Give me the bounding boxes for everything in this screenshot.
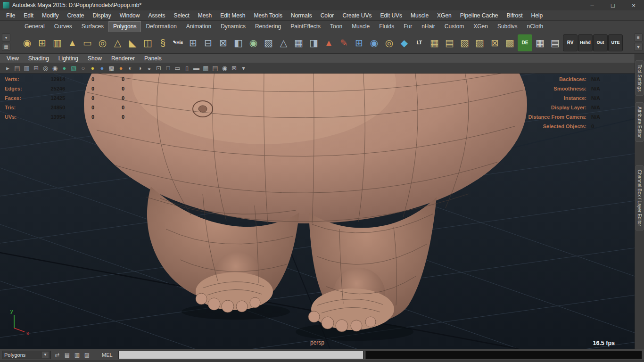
- multisample-icon[interactable]: ⊡: [155, 64, 163, 72]
- menu-help[interactable]: Help: [527, 11, 547, 20]
- menu-normals[interactable]: Normals: [287, 11, 316, 20]
- shelf-tab-custom[interactable]: Custom: [440, 21, 469, 32]
- normals-icon[interactable]: ◆: [397, 34, 412, 51]
- mirror-geometry-icon[interactable]: ◨: [306, 34, 321, 51]
- select-camera-icon[interactable]: ▸: [4, 64, 12, 72]
- menu-window[interactable]: Window: [116, 11, 144, 20]
- paint-vertex-icon[interactable]: ✎: [337, 34, 351, 51]
- panel-menu-shading[interactable]: Shading: [24, 55, 54, 62]
- wire-sphere-icon[interactable]: ◉: [367, 34, 381, 51]
- menu-modify[interactable]: Modify: [38, 11, 63, 20]
- layout-two-pane-icon[interactable]: ⇄: [53, 351, 62, 359]
- uv-sew-icon[interactable]: ▩: [503, 34, 517, 51]
- menu-bifrost[interactable]: Bifrost: [503, 11, 527, 20]
- shelf-tab-deformation[interactable]: Deformation: [141, 21, 181, 32]
- panel-menu-view[interactable]: View: [2, 55, 24, 62]
- poly-cone-icon[interactable]: ▲: [65, 34, 80, 51]
- poly-cube-icon[interactable]: ⊞: [35, 34, 50, 51]
- mel-command-input[interactable]: [118, 351, 363, 359]
- combine-icon[interactable]: ⊞: [186, 34, 200, 51]
- poly-helix-icon[interactable]: §: [156, 34, 170, 51]
- poly-pipe-icon[interactable]: ◫: [140, 34, 155, 51]
- panel-menu-lighting[interactable]: Lighting: [54, 55, 83, 62]
- maximize-button[interactable]: □: [603, 0, 623, 10]
- shelf-tab-subdivs[interactable]: Subdivs: [493, 21, 522, 32]
- boolean-union-icon[interactable]: ◧: [231, 34, 246, 51]
- shadows-toggle-icon[interactable]: ◐: [126, 64, 134, 72]
- shelf-tab-painteffects[interactable]: PaintEffects: [286, 21, 325, 32]
- resolution-gate-icon[interactable]: ▯: [183, 64, 191, 72]
- script-editor-icon[interactable]: ▨: [83, 351, 91, 359]
- reduce-icon[interactable]: ▨: [261, 34, 276, 51]
- default-material-icon[interactable]: ◉: [221, 64, 229, 72]
- shelf-tab-curves[interactable]: Curves: [50, 21, 77, 32]
- sidebar-tab-tool-settings[interactable]: Tool Settings: [636, 60, 644, 96]
- viewport[interactable]: y x Verts: 12914 0 0 Edges: 25246 0 0: [0, 74, 635, 349]
- uv-cylindrical-icon[interactable]: ▤: [442, 34, 457, 51]
- layout-grid-icon[interactable]: ▥: [73, 351, 82, 359]
- menu-display[interactable]: Display: [88, 11, 115, 20]
- shelf-tab-fur[interactable]: Fur: [399, 21, 417, 32]
- menu-mesh[interactable]: Mesh: [194, 11, 216, 20]
- menu-edit[interactable]: Edit: [19, 11, 38, 20]
- isolate-select-icon[interactable]: ▧: [70, 64, 78, 72]
- shelf-tab-toon[interactable]: Toon: [325, 21, 347, 32]
- shelf-tab-polygons[interactable]: Polygons: [108, 21, 141, 32]
- shaded-display-icon[interactable]: ●: [89, 64, 97, 72]
- shelf-tab-dynamics[interactable]: Dynamics: [216, 21, 250, 32]
- viewport-renderer-icon[interactable]: ⊠: [230, 64, 238, 72]
- shelf-tab-nhair[interactable]: nHair: [417, 21, 440, 32]
- shelf-overflow-icon[interactable]: ≡: [634, 33, 643, 41]
- shelf-tab-fluids[interactable]: Fluids: [374, 21, 399, 32]
- poly-plane-icon[interactable]: ▭: [80, 34, 95, 51]
- menu-edit-mesh[interactable]: Edit Mesh: [216, 11, 249, 20]
- menu-color[interactable]: Color: [316, 11, 339, 20]
- smooth-icon[interactable]: ◉: [246, 34, 261, 51]
- shelf-tabs-toggle-icon[interactable]: ▾: [2, 33, 10, 41]
- two-d-pan-zoom-icon[interactable]: ◉: [51, 64, 59, 72]
- uv-texture-editor-button[interactable]: UTE: [608, 34, 623, 51]
- menu-assets[interactable]: Assets: [144, 11, 169, 20]
- camera-attributes-icon[interactable]: ▥: [23, 64, 31, 72]
- bookmark-icon[interactable]: ⊞: [32, 64, 40, 72]
- layout-outliner-icon[interactable]: ▤: [63, 351, 72, 359]
- uv-spherical-icon[interactable]: ▧: [457, 34, 472, 51]
- outliner-button[interactable]: Out: [593, 34, 608, 51]
- uv-cut-icon[interactable]: ⊠: [487, 34, 502, 51]
- panel-menu-panels[interactable]: Panels: [140, 55, 166, 62]
- shelf-tab-rendering[interactable]: Rendering: [250, 21, 286, 32]
- minimize-button[interactable]: –: [582, 0, 603, 10]
- uv-automatic-icon[interactable]: ▨: [472, 34, 487, 51]
- menu-edit-uvs[interactable]: Edit UVs: [376, 11, 406, 20]
- menu-select[interactable]: Select: [169, 11, 193, 20]
- shelf-tab-muscle[interactable]: Muscle: [347, 21, 374, 32]
- hypershade-button[interactable]: Hshd: [578, 34, 593, 51]
- panel-menu-renderer[interactable]: Renderer: [107, 55, 140, 62]
- shelf-tab-surfaces[interactable]: Surfaces: [77, 21, 108, 32]
- separate-icon[interactable]: ⊟: [201, 34, 215, 51]
- shelf-menu-icon[interactable]: ▦: [2, 43, 10, 51]
- textured-display-icon[interactable]: ●: [98, 64, 106, 72]
- uv-planar-icon[interactable]: ▦: [427, 34, 442, 51]
- shelf-tab-animation[interactable]: Animation: [182, 21, 216, 32]
- render-view-button[interactable]: RV: [563, 34, 578, 51]
- uv-layout-icon[interactable]: ▦: [533, 34, 547, 51]
- menu-file[interactable]: File: [2, 11, 19, 20]
- menu-create[interactable]: Create: [63, 11, 88, 20]
- construction-history-icon[interactable]: ✎His: [171, 34, 185, 51]
- xray-icon[interactable]: □: [164, 64, 172, 72]
- screen-ao-icon[interactable]: ◑: [136, 64, 144, 72]
- wireframe-display-icon[interactable]: ○: [79, 64, 87, 72]
- image-plane-icon[interactable]: ◎: [41, 64, 50, 72]
- panel-menu-show[interactable]: Show: [83, 55, 107, 62]
- menu-set-dropdown[interactable]: Polygons ▼: [2, 351, 51, 359]
- shelf-tab-xgen[interactable]: XGen: [469, 21, 493, 32]
- motion-blur-icon[interactable]: ◒: [145, 64, 153, 72]
- rotate-ring-icon[interactable]: ◎: [382, 34, 396, 51]
- uv-snapshot-icon[interactable]: ▤: [548, 34, 562, 51]
- shelf-scroll-down-icon[interactable]: ▾: [634, 43, 643, 51]
- grease-pencil-icon[interactable]: ●: [60, 64, 68, 72]
- lighting-toggle-icon[interactable]: ●: [117, 64, 125, 72]
- sidebar-tab-attribute-editor[interactable]: Attribute Editor: [636, 102, 644, 142]
- quadrangulate-icon[interactable]: ▦: [291, 34, 306, 51]
